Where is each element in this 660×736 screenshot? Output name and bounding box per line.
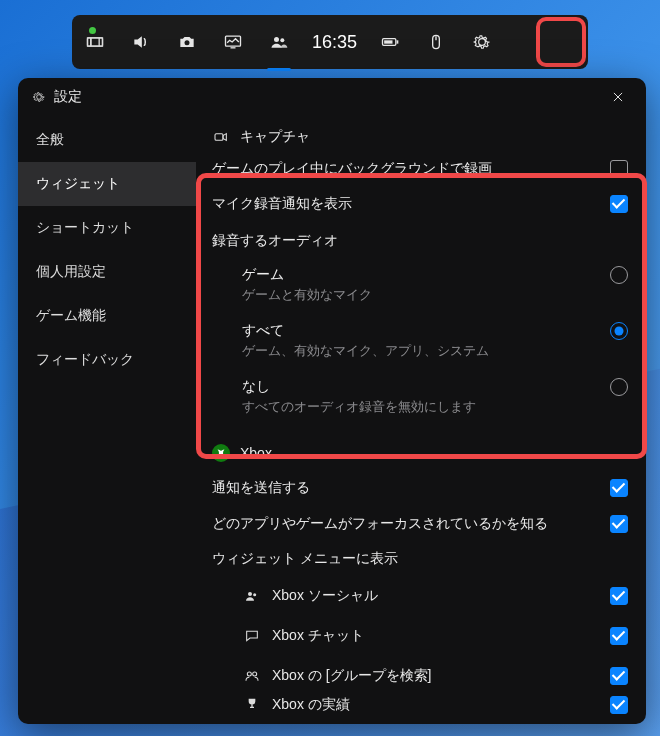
bg-record-label: ゲームのプレイ中にバックグラウンドで録画 — [212, 160, 492, 178]
gear-icon — [471, 31, 493, 53]
camera-icon — [176, 31, 198, 53]
people-icon — [268, 31, 290, 53]
widget-chat-label: Xbox チャット — [272, 627, 610, 645]
settings-window: 設定 全般 ウィジェット ショートカット 個人用設定 ゲーム機能 フィードバック… — [18, 78, 646, 724]
bg-record-row[interactable]: ゲームのプレイ中にバックグラウンドで録画 — [212, 154, 628, 182]
highlight-gear-icon — [536, 17, 586, 67]
xbox-icon — [212, 444, 230, 462]
widget-achievements-checkbox[interactable] — [610, 696, 628, 714]
performance-icon — [222, 31, 244, 53]
xbox-focus-label: どのアプリやゲームがフォーカスされているかを知る — [212, 515, 548, 533]
people-icon — [242, 588, 262, 604]
bg-record-checkbox[interactable] — [610, 160, 628, 178]
widget-achievements-label: Xbox の実績 — [272, 696, 610, 714]
widget-chat-row[interactable]: Xbox チャット — [212, 616, 628, 656]
gamebar-settings-button[interactable] — [459, 15, 505, 69]
mic-notify-label: マイク録音通知を表示 — [212, 195, 352, 213]
mic-notify-row[interactable]: マイク録音通知を表示 — [212, 186, 628, 222]
audio-opt-none-desc: すべてのオーディオ録音を無効にします — [242, 398, 476, 416]
chat-icon — [242, 628, 262, 644]
xbox-notify-checkbox[interactable] — [610, 479, 628, 497]
xbox-section-header: Xbox — [212, 436, 628, 470]
gamebar-mouse-button[interactable] — [413, 15, 459, 69]
camcorder-icon — [212, 128, 230, 146]
svg-rect-0 — [88, 38, 103, 46]
volume-icon — [130, 31, 152, 53]
xbox-notify-label: 通知を送信する — [212, 479, 310, 497]
capture-section-header: キャプチャ — [212, 120, 628, 154]
audio-opt-game-radio[interactable] — [610, 266, 628, 284]
svg-point-12 — [253, 593, 256, 596]
gamebar-battery-button[interactable] — [367, 15, 413, 69]
battery-icon — [379, 31, 401, 53]
sidebar-item-personalization[interactable]: 個人用設定 — [18, 250, 196, 294]
audio-to-record-label: 録音するオーディオ — [212, 224, 628, 258]
status-dot-icon — [89, 27, 96, 34]
settings-header: 設定 — [18, 78, 646, 116]
audio-opt-game[interactable]: ゲーム ゲームと有効なマイク — [212, 258, 628, 314]
gamebar-clock: 16:35 — [302, 15, 367, 69]
svg-point-14 — [253, 672, 257, 676]
widget-chat-checkbox[interactable] — [610, 627, 628, 645]
xbox-section-label: Xbox — [240, 445, 272, 461]
mic-notify-checkbox[interactable] — [610, 195, 628, 213]
settings-title: 設定 — [54, 88, 82, 106]
gamebar-capture-button[interactable] — [164, 15, 210, 69]
audio-opt-game-title: ゲーム — [242, 264, 372, 284]
xbox-notify-row[interactable]: 通知を送信する — [212, 470, 628, 506]
widget-social-checkbox[interactable] — [610, 587, 628, 605]
audio-opt-all-radio[interactable] — [610, 322, 628, 340]
settings-content: キャプチャ ゲームのプレイ中にバックグラウンドで録画 マイク録音通知を表示 録音… — [196, 116, 646, 724]
sidebar-item-general[interactable]: 全般 — [18, 118, 196, 162]
gamebar-widgets-button[interactable] — [72, 15, 118, 69]
sidebar-item-widgets[interactable]: ウィジェット — [18, 162, 196, 206]
audio-opt-none-radio[interactable] — [610, 378, 628, 396]
audio-opt-all-title: すべて — [242, 320, 489, 340]
svg-rect-10 — [215, 134, 223, 141]
xbox-focus-checkbox[interactable] — [610, 515, 628, 533]
gamebar-performance-button[interactable] — [210, 15, 256, 69]
audio-opt-none[interactable]: なし すべてのオーディオ録音を無効にします — [212, 370, 628, 426]
gamebar-audio-button[interactable] — [118, 15, 164, 69]
gear-icon — [32, 90, 46, 104]
widget-social-label: Xbox ソーシャル — [272, 587, 610, 605]
sidebar-item-gaming-features[interactable]: ゲーム機能 — [18, 294, 196, 338]
widget-lfg-row[interactable]: Xbox の [グループを検索] — [212, 656, 628, 696]
svg-rect-7 — [397, 40, 399, 43]
widgets-icon — [84, 31, 106, 53]
widget-achievements-row[interactable]: Xbox の実績 — [212, 696, 628, 722]
xbox-focus-row[interactable]: どのアプリやゲームがフォーカスされているかを知る — [212, 506, 628, 542]
svg-point-1 — [185, 40, 190, 45]
svg-point-4 — [280, 38, 284, 42]
widget-lfg-checkbox[interactable] — [610, 667, 628, 685]
settings-sidebar: 全般 ウィジェット ショートカット 個人用設定 ゲーム機能 フィードバック — [18, 116, 196, 724]
gamebar-social-button[interactable] — [256, 15, 302, 69]
audio-opt-all-desc: ゲーム、有効なマイク、アプリ、システム — [242, 342, 489, 360]
capture-section-label: キャプチャ — [240, 128, 310, 146]
trophy-icon — [242, 696, 262, 712]
mouse-icon — [425, 31, 447, 53]
svg-point-13 — [247, 672, 251, 676]
svg-point-11 — [248, 592, 252, 596]
xbox-gamebar: 16:35 — [72, 15, 588, 69]
widget-menu-label: ウィジェット メニューに表示 — [212, 542, 628, 576]
widget-social-row[interactable]: Xbox ソーシャル — [212, 576, 628, 616]
audio-opt-none-title: なし — [242, 376, 476, 396]
widget-lfg-label: Xbox の [グループを検索] — [272, 667, 610, 685]
close-button[interactable] — [604, 83, 632, 111]
svg-rect-6 — [384, 40, 392, 43]
group-search-icon — [242, 668, 262, 684]
audio-opt-all[interactable]: すべて ゲーム、有効なマイク、アプリ、システム — [212, 314, 628, 370]
svg-point-3 — [274, 37, 279, 42]
sidebar-item-feedback[interactable]: フィードバック — [18, 338, 196, 382]
sidebar-item-shortcuts[interactable]: ショートカット — [18, 206, 196, 250]
audio-opt-game-desc: ゲームと有効なマイク — [242, 286, 372, 304]
